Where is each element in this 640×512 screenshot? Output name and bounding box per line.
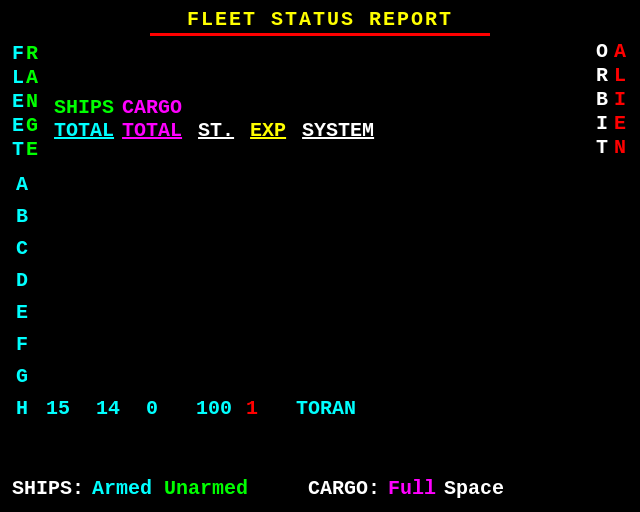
fleet-row-c: C <box>16 232 628 264</box>
status-full-label: Full <box>388 477 436 500</box>
orbit-vertical: O R B I T <box>596 40 608 160</box>
ships-total: TOTAL <box>54 119 114 142</box>
main-layout: F L E E T R A N G E <box>12 40 628 424</box>
exp-label: EXP <box>250 119 286 142</box>
col-headers-wrapper: SHIPS TOTAL CARGO TOTAL ST. EXP <box>54 42 374 142</box>
fleet-row-g: G <box>16 360 628 392</box>
fleet-row-b: B <box>16 200 628 232</box>
ships-label: SHIPS <box>54 96 114 119</box>
status-space-label: Space <box>444 477 504 500</box>
alien-vertical: A L I E N <box>614 40 626 160</box>
fleet-row-f: F <box>16 328 628 360</box>
cargo-total: TOTAL <box>122 119 182 142</box>
title-text: FLEET STATUS REPORT <box>12 8 628 31</box>
status-cargo-label: CARGO: <box>308 477 380 500</box>
fleet-rows: ABCDEFGH151401001TORAN <box>16 168 628 424</box>
range-vertical: R A N G E <box>26 42 38 162</box>
cargo-label: CARGO <box>122 96 182 119</box>
fleet-row-a: A <box>16 168 628 200</box>
fleet-row-h: H151401001TORAN <box>16 392 628 424</box>
cargo-block: CARGO TOTAL <box>122 96 182 142</box>
col-headers: SHIPS TOTAL CARGO TOTAL ST. EXP <box>54 96 374 142</box>
title-underline <box>150 33 490 36</box>
right-vertical: O R B I T A L I E N <box>596 40 628 160</box>
ships-block: SHIPS TOTAL <box>54 96 114 142</box>
title-area: FLEET STATUS REPORT <box>12 8 628 36</box>
status-bar: SHIPS: Armed Unarmed CARGO: Full Space <box>12 477 628 500</box>
fleet-vertical: F L E E T <box>12 42 24 162</box>
left-section: F L E E T R A N G E <box>12 40 628 424</box>
st-label: ST. <box>198 119 234 142</box>
status-armed-label: Armed <box>92 477 152 500</box>
fleet-row-d: D <box>16 264 628 296</box>
status-unarmed-label: Unarmed <box>164 477 248 500</box>
system-label: SYSTEM <box>302 119 374 142</box>
screen: FLEET STATUS REPORT F L E E T R A N <box>0 0 640 512</box>
fleet-row-e: E <box>16 296 628 328</box>
status-ships-label: SHIPS: <box>12 477 84 500</box>
header-row: F L E E T R A N G E <box>12 42 628 162</box>
